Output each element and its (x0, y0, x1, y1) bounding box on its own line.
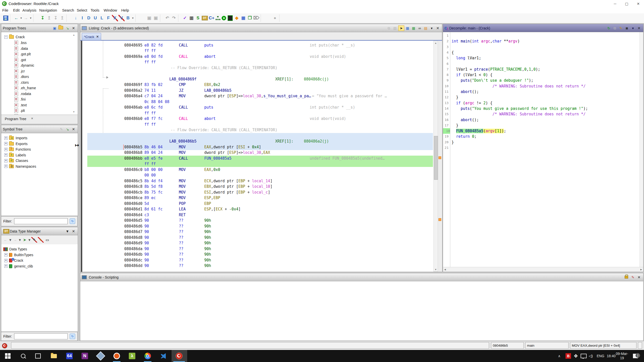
listing-row[interactable]: 080486a274 11JZLAB_080486b5 (80, 88, 442, 94)
function-graph-icon[interactable] (216, 16, 220, 20)
decompile-hscrollbar[interactable]: ◀ ▶ (443, 267, 643, 272)
tree-item-rodata[interactable]: .rodata (14, 91, 31, 97)
listing-row[interactable]: 080486c58b 4d f4MOVECX,dword ptr [EBP + … (80, 178, 442, 184)
virtualbox-icon[interactable] (97, 352, 105, 360)
symbol-tree-item-labels[interactable]: +●Labels (4, 152, 26, 158)
task-view-button[interactable] (34, 352, 42, 360)
tree-item-got[interactable]: .got (14, 57, 26, 63)
diff-icon[interactable]: ◆ (234, 15, 240, 21)
letter-x-clear-icon[interactable]: X (112, 15, 118, 21)
vscode-icon[interactable] (159, 352, 167, 360)
listing-row[interactable]: 080486b58b 46 04MOVEAX,dword ptr [ESI + … (80, 144, 442, 150)
decompile-line[interactable]: 9 puts("Don\'t use a debuguer !"); (443, 78, 643, 83)
tree-item-bss[interactable]: .bss (14, 40, 27, 46)
tree-item-gotplt[interactable]: .got.plt (14, 51, 31, 57)
listing-row[interactable]: 080486d4c3RET (80, 212, 442, 218)
scroll-lock-icon[interactable] (625, 276, 628, 279)
listing-row[interactable]: -- Flow Override: CALL_RETURN (CALL_TERM… (80, 127, 442, 133)
cpp-icon[interactable]: C+ (209, 15, 215, 21)
patch-out-icon[interactable]: ↥ (59, 15, 65, 21)
listing-row[interactable]: ff ff (80, 48, 442, 54)
menu-search[interactable]: Search (62, 8, 74, 12)
menu-edit[interactable]: Edit (13, 8, 20, 12)
back-icon[interactable]: ← (3, 237, 9, 243)
scroll-up-icon[interactable]: ▲ (434, 41, 438, 45)
new-tree-icon[interactable]: ▣ (52, 26, 57, 31)
edit-icon[interactable]: ✎ (618, 26, 624, 31)
menu-file[interactable]: File (2, 8, 8, 12)
decompile-line[interactable]: 2int main(int argc,char **argv) (443, 38, 643, 44)
tree-item-plt[interactable]: .plt (14, 108, 25, 113)
close-icon[interactable]: ✕ (636, 26, 642, 31)
listing-row[interactable]: 080486abe8 6c fdCALLputsint puts(char * … (80, 105, 442, 110)
create-structure-icon[interactable]: ▣ (146, 15, 152, 21)
decompile-line[interactable]: 3 (443, 44, 643, 50)
tree-item-eh_frame[interactable]: .eh_frame (14, 85, 36, 91)
listing-row[interactable]: 080486d590??90h (80, 218, 442, 223)
scroll-down-icon[interactable]: ▼ (434, 267, 438, 272)
listing-row[interactable] (80, 71, 442, 76)
listing-row[interactable]: 080486a4c7 04 24MOVdword ptr [ESP]=>loca… (80, 93, 442, 99)
listing-row[interactable]: 080486bbe8 e5 feCALLFUN_080485a5undefine… (80, 156, 442, 161)
patch-down-icon[interactable]: ↧ (53, 15, 59, 21)
letter-l-icon[interactable]: L (99, 15, 105, 21)
filter-options-icon[interactable]: ↻ (70, 218, 75, 224)
listing-row[interactable]: ff ff (80, 122, 442, 127)
cursor-marker[interactable] (438, 218, 441, 221)
tree-item-jcr[interactable]: .jcr (14, 68, 25, 74)
forward-icon[interactable]: → (12, 237, 18, 243)
menu-navigation[interactable]: Navigation (39, 8, 57, 12)
decompile-line[interactable]: 17 } (443, 123, 643, 128)
tree-item-fini[interactable]: .fini (14, 97, 26, 102)
menu-analysis[interactable]: Analysis (22, 8, 36, 12)
decompile-line[interactable]: 19 return 0; (443, 134, 643, 139)
redo-icon[interactable]: ↷ (171, 15, 177, 21)
listing-row[interactable]: 0c 88 04 08 (80, 99, 442, 105)
ghidra-icon[interactable] (175, 352, 183, 360)
symbol-tree-item-functions[interactable]: +fFunctions (4, 147, 31, 152)
console-header[interactable]: Console - Scripting ✎✕ (80, 273, 643, 281)
scroll-up-icon[interactable]: ▲ (73, 34, 75, 36)
start-button[interactable] (4, 352, 12, 360)
decompile-line[interactable]: 15 /* WARNING: Subroutine does not retur… (443, 111, 643, 117)
listing-row[interactable]: ff ff (80, 161, 442, 167)
patch-in-icon[interactable]: ↧ (39, 15, 46, 21)
clear-icon[interactable]: ⌦ (253, 15, 259, 21)
decompile-line[interactable]: 20} (443, 140, 643, 145)
copy-icon[interactable]: ⧉ (386, 26, 392, 31)
listing-row[interactable]: ff ff (80, 110, 442, 116)
edit-fields-icon[interactable]: ▦ (405, 26, 410, 31)
listing-row[interactable]: 080486d890??90h (80, 235, 442, 241)
path-dropdown-icon[interactable]: ▾ (28, 237, 31, 243)
decompile-line[interactable]: 10 /* WARNING: Subroutine does not retur… (443, 83, 643, 89)
field-options-icon[interactable]: ▦ (411, 26, 416, 31)
lambda-app-icon[interactable]: λ (128, 352, 136, 360)
back-dropdown-icon[interactable]: ▾ (9, 237, 12, 243)
decompile-content[interactable]: 12int main(int argc,char **argv)34{5 lon… (443, 32, 643, 267)
close-icon[interactable]: ✕ (71, 127, 76, 132)
listing-content[interactable]: ff ff08048695e8 82 fdCALLputsint puts(ch… (80, 41, 442, 272)
paste-icon[interactable]: ▨ (392, 26, 398, 31)
dtm-item-crack[interactable]: +✓Crack (4, 258, 23, 263)
listing-display-icon[interactable]: ▤ (423, 26, 428, 31)
register-table-icon[interactable]: ▦ (240, 15, 246, 21)
dropbox-icon[interactable]: ❖ (574, 350, 578, 362)
letter-f-icon[interactable]: F (105, 15, 111, 21)
back-dropdown-icon[interactable]: ▾ (20, 15, 22, 21)
scroll-right-icon[interactable]: ▶ (639, 267, 643, 272)
tree-item-dynamic[interactable]: .dynamic (14, 63, 34, 68)
chrome-icon[interactable] (144, 352, 152, 360)
selection-marker[interactable] (438, 156, 441, 159)
forward-dropdown-icon[interactable]: ▾ (19, 237, 21, 243)
decompile-line[interactable]: 8 if (lVar1 < 0) { (443, 72, 643, 78)
console-output[interactable] (80, 281, 643, 341)
scroll-left-icon[interactable]: ◀ (443, 267, 447, 272)
copy-icon[interactable]: ⧉ (612, 26, 618, 31)
listing-row[interactable]: 080486b0e8 f7 fcCALLabortvoid abort(void… (80, 116, 442, 122)
validate-icon[interactable]: ✓ (182, 15, 188, 21)
letter-v-clear-icon[interactable]: V (118, 15, 125, 21)
letter-b-icon[interactable]: B (125, 15, 131, 21)
listing-row[interactable]: 080486db90??90h (80, 252, 442, 257)
import-tree-icon[interactable]: ↘ (65, 26, 70, 31)
filter-options-icon[interactable]: ↻ (70, 334, 75, 339)
